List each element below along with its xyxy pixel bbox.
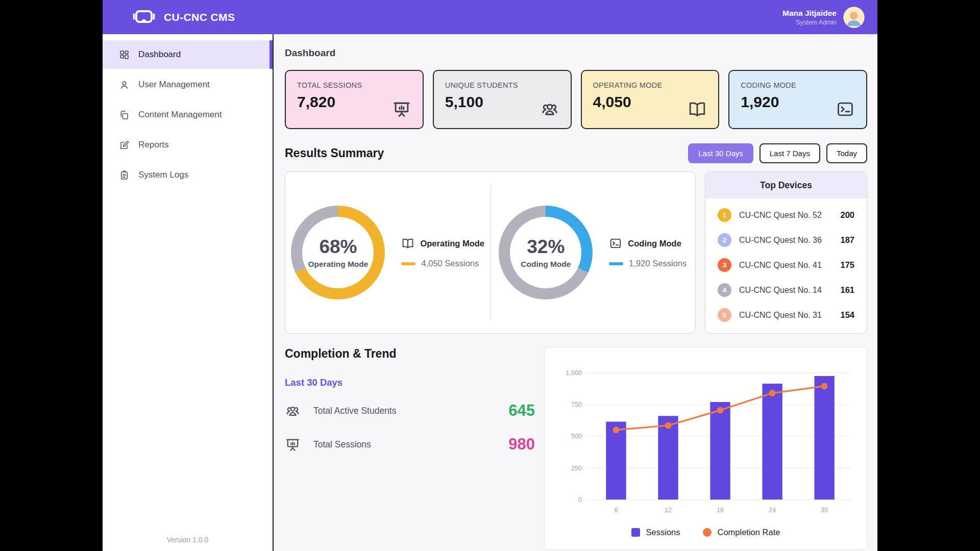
- users-group-icon: [540, 99, 559, 119]
- stat-card-total-sessions: TOTAL SESSIONS7,820: [285, 70, 424, 129]
- donut-percent: 68%: [319, 236, 357, 258]
- donut-panel-coding-mode: 32%Coding ModeCoding Mode1,920 Sessions: [491, 172, 696, 333]
- svg-text:24: 24: [769, 506, 776, 514]
- results-summary-card: 68%Operating ModeOperating Mode4,050 Ses…: [285, 171, 696, 334]
- page-title: Dashboard: [285, 47, 867, 59]
- donut-chart: 32%Coding Mode: [499, 206, 593, 299]
- trend-stat-value: 980: [508, 435, 535, 454]
- sessions-legend-swatch: [631, 528, 640, 537]
- device-row: 4CU-CNC Quest No. 14161: [718, 278, 854, 303]
- results-summary-heading: Results Summary: [285, 146, 384, 160]
- svg-text:18: 18: [717, 506, 724, 514]
- svg-text:0: 0: [578, 496, 582, 504]
- app-title: CU-CNC CMS: [164, 11, 235, 23]
- sidebar-item-content-management[interactable]: Content Management: [103, 101, 273, 129]
- device-name: CU-CNC Quest No. 41: [739, 261, 832, 270]
- trend-stat-label: Total Active Students: [313, 406, 396, 416]
- user-menu[interactable]: Mana Jitjaidee System Admin: [782, 7, 865, 28]
- sidebar-item-label: Dashboard: [138, 49, 181, 60]
- sidebar-item-label: Reports: [138, 140, 169, 150]
- donut-legend-value: 1,920 Sessions: [629, 259, 687, 268]
- rank-badge: 5: [718, 308, 731, 322]
- terminal-icon: [609, 237, 622, 250]
- donut-chart: 68%Operating Mode: [291, 206, 385, 299]
- chart-legend: Sessions Completion Rate: [555, 520, 856, 544]
- sidebar-item-label: System Logs: [138, 170, 188, 180]
- trend-stat-total-sessions: Total Sessions980: [285, 435, 535, 454]
- sidebar-item-label: User Management: [138, 80, 210, 90]
- clipboard-icon: [119, 170, 130, 181]
- device-name: CU-CNC Quest No. 52: [739, 211, 832, 220]
- rank-badge: 4: [718, 283, 731, 297]
- svg-text:30: 30: [821, 506, 828, 514]
- stat-card-label: CODING MODE: [741, 81, 855, 89]
- app-logo-icon: [131, 9, 157, 26]
- legend-dash: [609, 262, 623, 265]
- donut-center-label: Coding Mode: [521, 260, 571, 269]
- donut-panel-operating-mode: 68%Operating ModeOperating Mode4,050 Ses…: [285, 172, 491, 333]
- sidebar-item-reports[interactable]: Reports: [103, 131, 273, 159]
- completion-rate-legend-label: Completion Rate: [718, 528, 780, 537]
- copy-icon: [119, 110, 130, 120]
- stat-card-label: OPERATING MODE: [593, 81, 707, 89]
- open-book-icon: [401, 237, 414, 250]
- stat-card-label: TOTAL SESSIONS: [297, 81, 411, 89]
- avatar[interactable]: [843, 7, 865, 28]
- filter-button-last-30-days[interactable]: Last 30 Days: [688, 143, 753, 163]
- presentation-chart-icon: [392, 99, 411, 119]
- version-label: Version 1.0.0: [103, 536, 273, 544]
- top-devices-card: Top Devices 1CU-CNC Quest No. 522002CU-C…: [705, 171, 867, 334]
- device-name: CU-CNC Quest No. 36: [739, 236, 832, 245]
- sidebar-item-label: Content Management: [138, 110, 222, 120]
- open-book-icon: [688, 99, 707, 119]
- edit-icon: [119, 140, 130, 151]
- device-row: 2CU-CNC Quest No. 36187: [718, 228, 854, 253]
- trend-stat-value: 645: [508, 402, 535, 420]
- stat-card-label: UNIQUE STUDENTS: [445, 81, 559, 89]
- completion-trend-chart: 02505007501,000612182430: [555, 358, 856, 520]
- sessions-legend-label: Sessions: [646, 528, 680, 537]
- sidebar-item-user-management[interactable]: User Management: [103, 70, 273, 99]
- legend-dash: [401, 262, 415, 265]
- sidebar: DashboardUser ManagementContent Manageme…: [103, 34, 274, 551]
- rank-badge: 3: [718, 258, 731, 272]
- svg-text:6: 6: [614, 506, 618, 514]
- presentation-chart-icon: [285, 437, 301, 453]
- device-name: CU-CNC Quest No. 31: [739, 311, 832, 320]
- sidebar-item-system-logs[interactable]: System Logs: [103, 161, 273, 189]
- donut-legend-title: Coding Mode: [628, 239, 681, 248]
- donut-legend-value: 4,050 Sessions: [421, 259, 479, 268]
- rank-badge: 1: [718, 208, 731, 222]
- user-icon: [119, 80, 130, 90]
- trend-stat-label: Total Sessions: [313, 439, 371, 450]
- donut-percent: 32%: [527, 236, 565, 258]
- completion-rate-legend-swatch: [703, 528, 712, 537]
- donut-center-label: Operating Mode: [308, 260, 368, 269]
- completion-trend-heading: Completion & Trend: [285, 347, 535, 361]
- divider: [491, 185, 491, 320]
- device-value: 200: [840, 210, 854, 220]
- brand: CU-CNC CMS: [131, 9, 235, 26]
- dashboard-grid-icon: [119, 49, 130, 60]
- device-row: 3CU-CNC Quest No. 41175: [718, 253, 854, 278]
- terminal-icon: [836, 99, 855, 119]
- device-row: 1CU-CNC Quest No. 52200: [718, 203, 854, 228]
- trend-chart-card: 02505007501,000612182430 Sessions Comple…: [544, 347, 867, 550]
- sidebar-item-dashboard[interactable]: Dashboard: [103, 40, 273, 69]
- main-content: Dashboard TOTAL SESSIONS7,820UNIQUE STUD…: [274, 34, 877, 551]
- svg-text:12: 12: [665, 506, 672, 514]
- filter-button-today[interactable]: Today: [826, 143, 867, 163]
- svg-text:250: 250: [571, 464, 582, 472]
- device-value: 161: [840, 285, 854, 295]
- top-header-bar: CU-CNC CMS Mana Jitjaidee System Admin: [103, 0, 877, 34]
- user-role: System Admin: [782, 19, 837, 26]
- user-name: Mana Jitjaidee: [782, 9, 837, 18]
- top-devices-title: Top Devices: [705, 172, 867, 198]
- stat-cards-row: TOTAL SESSIONS7,820UNIQUE STUDENTS5,100O…: [285, 70, 867, 129]
- device-value: 154: [840, 310, 854, 320]
- stat-card-coding-mode: CODING MODE1,920: [728, 70, 867, 129]
- svg-text:500: 500: [571, 432, 582, 440]
- device-value: 187: [840, 235, 854, 245]
- device-value: 175: [840, 260, 854, 270]
- filter-button-last-7-days[interactable]: Last 7 Days: [760, 143, 820, 163]
